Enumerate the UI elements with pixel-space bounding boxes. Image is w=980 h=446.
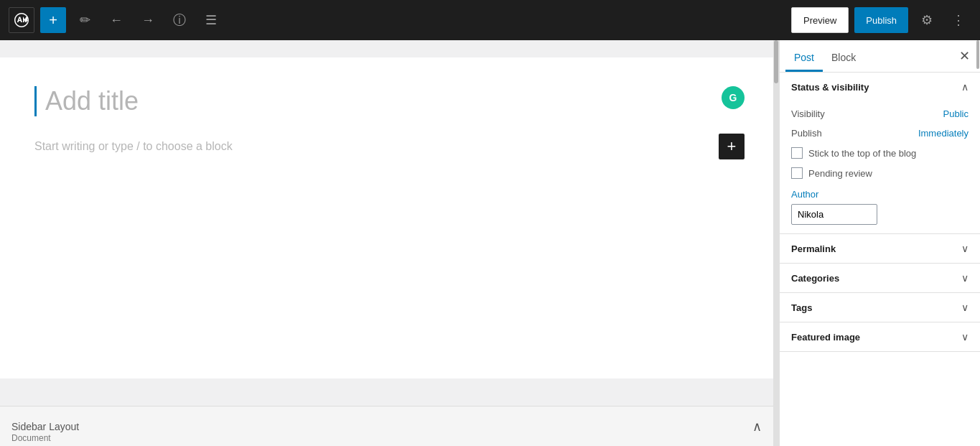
featured-image-header[interactable]: Featured image ∨ <box>780 322 980 351</box>
permalink-section: Permalink ∨ <box>780 234 980 264</box>
stick-to-top-row: Stick to the top of the blog <box>791 143 969 163</box>
chevron-up-icon[interactable]: ∧ <box>752 419 762 435</box>
categories-header[interactable]: Categories ∨ <box>780 264 980 292</box>
editor-area: G Start writing or type / to choose a bl… <box>0 40 779 446</box>
undo-icon: ← <box>110 13 123 28</box>
editor-scrollbar[interactable] <box>773 40 779 446</box>
editor-content: G Start writing or type / to choose a bl… <box>0 57 779 378</box>
stick-to-top-checkbox[interactable] <box>791 147 803 159</box>
tags-section: Tags ∨ <box>780 293 980 322</box>
toolbar-right: Preview Publish ⚙ ⋮ <box>791 7 971 33</box>
pending-review-label: Pending review <box>808 168 872 179</box>
pending-review-row: Pending review <box>791 163 969 183</box>
status-visibility-title: Status & visibility <box>791 82 869 93</box>
bottom-bar: Sidebar Layout ∧ <box>0 406 773 446</box>
close-icon: ✕ <box>959 48 970 64</box>
plus-icon: + <box>49 12 57 29</box>
info-button[interactable]: ⓘ <box>167 7 192 33</box>
main-layout: G Start writing or type / to choose a bl… <box>0 40 980 446</box>
right-sidebar: Post Block ✕ Status & visibility ∧ Visib… <box>779 40 980 446</box>
more-options-button[interactable]: ⋮ <box>946 7 971 33</box>
add-block-icon: + <box>727 137 737 156</box>
tags-header[interactable]: Tags ∨ <box>780 293 980 322</box>
preview-button[interactable]: Preview <box>791 7 849 33</box>
featured-image-section: Featured image ∨ <box>780 322 980 352</box>
redo-button[interactable]: → <box>135 7 161 33</box>
categories-title: Categories <box>791 273 839 284</box>
grammarly-icon: G <box>722 86 745 109</box>
featured-image-chevron-icon: ∨ <box>961 331 969 343</box>
sidebar-body: Status & visibility ∧ Visibility Public … <box>780 73 980 446</box>
pending-review-checkbox[interactable] <box>791 167 803 179</box>
block-placeholder: Start writing or type / to choose a bloc… <box>34 140 719 153</box>
sidebar-layout-label: Sidebar Layout <box>11 421 741 432</box>
publish-button[interactable]: Publish <box>854 7 908 33</box>
status-visibility-header[interactable]: Status & visibility ∧ <box>780 73 980 101</box>
status-visibility-content: Visibility Public Publish Immediately St… <box>780 101 980 233</box>
categories-chevron-icon: ∨ <box>961 272 969 284</box>
list-view-button[interactable]: ☰ <box>198 7 224 33</box>
info-icon: ⓘ <box>173 11 186 29</box>
sidebar-scrollbar[interactable] <box>976 40 980 446</box>
document-label: Document <box>11 433 51 446</box>
permalink-title: Permalink <box>791 243 836 254</box>
edit-tool-button[interactable]: ✏ <box>72 7 98 33</box>
ellipsis-icon: ⋮ <box>952 12 965 28</box>
sidebar-tabs: Post Block ✕ <box>780 40 980 73</box>
featured-image-title: Featured image <box>791 332 860 343</box>
wp-logo-button[interactable] <box>9 7 34 33</box>
redo-icon: → <box>141 13 154 28</box>
permalink-header[interactable]: Permalink ∨ <box>780 234 980 263</box>
tags-title: Tags <box>791 302 812 313</box>
tags-chevron-icon: ∨ <box>961 302 969 313</box>
editor-scroll-thumb <box>774 40 778 83</box>
author-label: Author <box>791 189 969 200</box>
author-input[interactable] <box>791 204 877 225</box>
stick-to-top-label: Stick to the top of the blog <box>808 148 916 159</box>
permalink-chevron-icon: ∨ <box>961 243 969 254</box>
publish-label: Publish <box>791 128 822 139</box>
add-block-button[interactable]: + <box>719 134 745 159</box>
add-block-toolbar-button[interactable]: + <box>40 7 66 33</box>
visibility-label: Visibility <box>791 108 825 119</box>
undo-button[interactable]: ← <box>103 7 129 33</box>
status-visibility-toggle-icon: ∧ <box>961 81 969 93</box>
author-field: Author <box>791 189 969 225</box>
gear-icon: ⚙ <box>921 12 933 28</box>
title-input[interactable] <box>34 86 745 116</box>
settings-button[interactable]: ⚙ <box>914 7 940 33</box>
categories-section: Categories ∨ <box>780 264 980 293</box>
visibility-value[interactable]: Public <box>943 108 969 119</box>
main-toolbar: + ✏ ← → ⓘ ☰ Preview Publish ⚙ ⋮ <box>0 0 980 40</box>
visibility-row: Visibility Public <box>791 104 969 124</box>
publish-row: Publish Immediately <box>791 124 969 143</box>
publish-value[interactable]: Immediately <box>918 128 969 139</box>
status-visibility-section: Status & visibility ∧ Visibility Public … <box>780 73 980 234</box>
list-icon: ☰ <box>205 12 217 28</box>
close-sidebar-button[interactable]: ✕ <box>954 46 974 66</box>
pencil-icon: ✏ <box>80 12 90 28</box>
block-area: Start writing or type / to choose a bloc… <box>34 134 745 159</box>
tab-block[interactable]: Block <box>823 40 864 72</box>
tab-post[interactable]: Post <box>785 40 823 72</box>
